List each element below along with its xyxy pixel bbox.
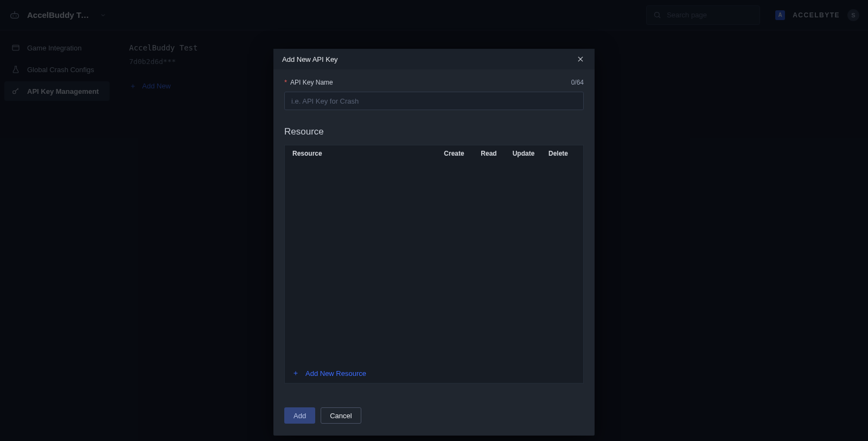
col-delete: Delete: [541, 150, 576, 157]
modal-actions: Add Cancel: [273, 397, 595, 436]
cancel-button[interactable]: Cancel: [321, 407, 361, 424]
add-new-resource-button[interactable]: Add New Resource: [285, 363, 583, 383]
resource-table-body: [285, 162, 583, 363]
add-api-key-modal: Add New API Key * API Key Name 0/64 Reso…: [273, 49, 595, 436]
add-button[interactable]: Add: [284, 407, 315, 424]
api-key-name-input[interactable]: [284, 92, 584, 110]
api-key-name-label-row: * API Key Name 0/64: [284, 78, 584, 86]
plus-icon: [292, 370, 299, 376]
add-new-resource-label: Add New Resource: [305, 369, 366, 378]
char-counter: 0/64: [571, 79, 584, 86]
field-label-text: API Key Name: [290, 79, 333, 86]
modal-title: Add New API Key: [282, 55, 338, 63]
modal-header: Add New API Key: [273, 49, 595, 69]
resource-table-header: Resource Create Read Update Delete: [285, 145, 583, 162]
resource-table: Resource Create Read Update Delete Add N…: [284, 145, 584, 384]
col-create: Create: [437, 150, 471, 157]
required-asterisk-icon: *: [284, 78, 287, 86]
modal-body: * API Key Name 0/64 Resource Resource Cr…: [273, 69, 595, 397]
col-resource: Resource: [292, 150, 437, 157]
col-update: Update: [506, 150, 541, 157]
modal-overlay[interactable]: Add New API Key * API Key Name 0/64 Reso…: [0, 0, 868, 441]
col-read: Read: [471, 150, 506, 157]
resource-section-title: Resource: [284, 126, 584, 137]
api-key-name-label: * API Key Name: [284, 78, 333, 86]
modal-close-button[interactable]: [575, 54, 586, 65]
